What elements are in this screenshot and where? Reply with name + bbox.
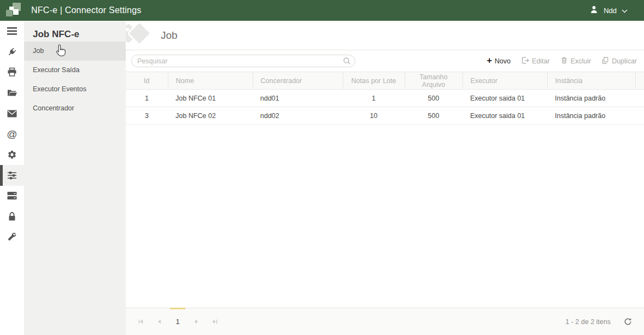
column-header-spacer — [635, 72, 644, 90]
wrench-icon[interactable] — [0, 227, 24, 248]
trash-icon — [560, 56, 568, 66]
lock-icon[interactable] — [0, 206, 24, 227]
sidebar-menu: JobExecutor SaídaExecutor EventosConcent… — [24, 42, 126, 118]
tags-icon — [126, 21, 155, 50]
page-title: Job — [161, 30, 178, 42]
table-row[interactable]: 1Job NFCe 01ndd011500Executor saida 01In… — [126, 90, 644, 107]
plus-icon: + — [487, 56, 491, 65]
new-button[interactable]: + Novo — [487, 57, 511, 65]
table-cell: 3 — [126, 107, 168, 125]
data-grid: IdNomeConcentradorNotas por LoteTamanho … — [126, 72, 644, 308]
duplicate-button[interactable]: Duplicar — [601, 56, 637, 66]
page-header: Job — [126, 21, 644, 50]
at-icon[interactable]: @ — [0, 124, 24, 144]
plug-icon[interactable] — [0, 42, 24, 62]
refresh-icon[interactable] — [624, 318, 632, 326]
table-cell: 500 — [405, 90, 462, 107]
table-row[interactable]: 3Job NFCe 02ndd0210500Executor saida 01I… — [126, 107, 644, 125]
gear-icon[interactable] — [0, 144, 24, 165]
search-icon[interactable] — [343, 57, 351, 67]
server-icon[interactable] — [0, 186, 24, 207]
sidebar-item-concentrador[interactable]: Concentrador — [24, 99, 126, 118]
table-cell: ndd01 — [253, 90, 343, 107]
column-header[interactable]: Id — [126, 72, 168, 90]
table-cell: 1 — [126, 90, 168, 107]
column-header[interactable]: Notas por Lote — [343, 72, 405, 90]
page-number[interactable]: 1 — [171, 308, 184, 335]
main-content: Job + Novo Editar — [126, 21, 644, 335]
app-title: NFC-e | Connector Settings — [31, 5, 141, 15]
column-header[interactable]: Tamanho Arquivo — [405, 72, 462, 90]
column-header[interactable]: Concentrador — [253, 72, 343, 90]
user-name: Ndd — [604, 7, 617, 15]
sidebar-item-job[interactable]: Job — [24, 42, 126, 61]
app-logo — [5, 2, 22, 19]
table-header-row: IdNomeConcentradorNotas por LoteTamanho … — [126, 72, 644, 90]
table-cell: 1 — [343, 90, 405, 107]
menu-icon[interactable] — [0, 21, 24, 42]
column-header[interactable]: Nome — [168, 72, 253, 90]
table-cell: ndd02 — [253, 107, 343, 125]
table-cell-spacer — [635, 107, 644, 125]
sidebar-item-executor-eventos[interactable]: Executor Eventos — [24, 80, 126, 99]
icon-rail: @ — [0, 21, 24, 335]
table-cell: 10 — [343, 107, 405, 125]
table-cell: Job NFCe 02 — [168, 107, 253, 125]
user-menu[interactable]: Ndd — [589, 5, 628, 16]
table-cell: Instância padrão — [547, 107, 635, 125]
sidebar-item-executor-sa-da[interactable]: Executor Saída — [24, 61, 126, 80]
toolbar: + Novo Editar Excluir — [487, 56, 644, 66]
app-window: NFC-e | Connector Settings Ndd @ — [0, 0, 644, 335]
table-cell: 500 — [405, 107, 462, 125]
delete-button[interactable]: Excluir — [560, 56, 592, 66]
table-cell-spacer — [635, 90, 644, 107]
top-bar: NFC-e | Connector Settings Ndd — [0, 0, 644, 21]
search-box — [131, 55, 355, 67]
table-cell: Executor saida 01 — [462, 107, 547, 125]
actions-row: + Novo Editar Excluir — [126, 50, 644, 72]
next-page-button[interactable] — [190, 308, 203, 335]
first-page-button[interactable] — [134, 308, 147, 335]
edit-icon — [521, 56, 529, 66]
prev-page-button[interactable] — [153, 308, 166, 335]
sliders-icon[interactable] — [0, 165, 24, 186]
table-cell: Executor saida 01 — [462, 90, 547, 107]
folder-icon[interactable] — [0, 83, 24, 103]
pager-summary: 1 - 2 de 2 itens — [565, 318, 611, 326]
mail-icon[interactable] — [0, 103, 24, 124]
search-input[interactable] — [131, 55, 355, 67]
printer-icon[interactable] — [0, 62, 24, 83]
sidebar: Job NFC-e JobExecutor SaídaExecutor Even… — [24, 21, 126, 335]
user-icon — [589, 5, 599, 16]
edit-button[interactable]: Editar — [521, 56, 550, 66]
chevron-down-icon — [622, 5, 628, 15]
copy-icon — [601, 56, 609, 66]
pager: 1 1 - 2 de 2 itens — [126, 308, 644, 335]
last-page-button[interactable] — [208, 308, 221, 335]
column-header[interactable]: Instância — [547, 72, 635, 90]
table-cell: Instância padrão — [547, 90, 635, 107]
column-header[interactable]: Executor — [462, 72, 547, 90]
sidebar-title: Job NFC-e — [24, 21, 126, 42]
table-cell: Job NFCe 01 — [168, 90, 253, 107]
